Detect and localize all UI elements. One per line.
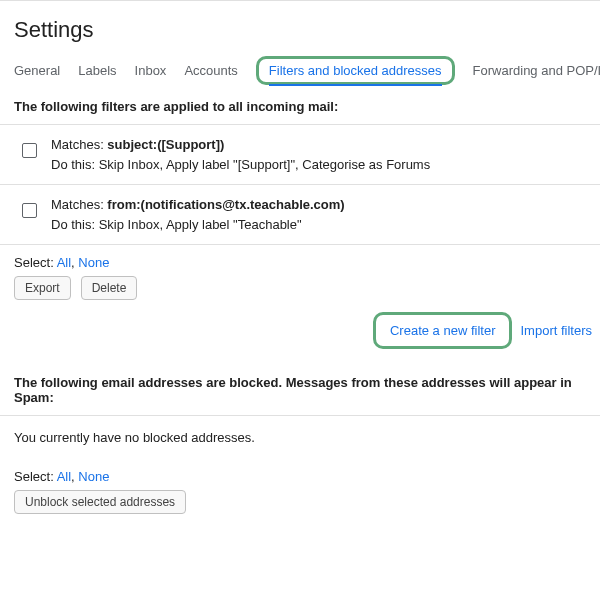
select-label: Select: (14, 469, 57, 484)
select-row-blocked: Select: All, None (0, 459, 600, 490)
export-button[interactable]: Export (14, 276, 71, 300)
page-title: Settings (0, 0, 600, 57)
select-none-link-blocked[interactable]: None (78, 469, 109, 484)
import-filters-link[interactable]: Import filters (520, 323, 592, 338)
select-label: Select: (14, 255, 57, 270)
matches-label: Matches: (51, 197, 107, 212)
filter-row: Matches: from:(notifications@tx.teachabl… (0, 185, 600, 245)
tab-forwarding[interactable]: Forwarding and POP/IMAP (473, 57, 600, 84)
select-all-link[interactable]: All (57, 255, 71, 270)
tab-labels[interactable]: Labels (78, 57, 116, 84)
delete-button[interactable]: Delete (81, 276, 138, 300)
unblock-button[interactable]: Unblock selected addresses (14, 490, 186, 514)
tab-general[interactable]: General (14, 57, 60, 84)
highlight-filters-tab: Filters and blocked addresses (256, 56, 455, 85)
filter-dothis: Do this: Skip Inbox, Apply label "Teacha… (51, 215, 345, 235)
filter-buttons-row: Export Delete (0, 276, 600, 306)
blocked-section-header: The following email addresses are blocke… (0, 357, 600, 416)
filter-dothis: Do this: Skip Inbox, Apply label "[Suppo… (51, 155, 430, 175)
blocked-buttons-row: Unblock selected addresses (0, 490, 600, 520)
select-all-link-blocked[interactable]: All (57, 469, 71, 484)
filter-checkbox[interactable] (22, 143, 37, 158)
filter-text: Matches: from:(notifications@tx.teachabl… (51, 195, 345, 234)
matches-value: subject:([Support]) (107, 137, 224, 152)
filter-row: Matches: subject:([Support]) Do this: Sk… (0, 125, 600, 185)
matches-label: Matches: (51, 137, 107, 152)
tab-accounts[interactable]: Accounts (184, 57, 237, 84)
settings-tabs: General Labels Inbox Accounts Filters an… (0, 57, 600, 85)
tab-inbox[interactable]: Inbox (135, 57, 167, 84)
select-row: Select: All, None (0, 245, 600, 276)
create-filter-link[interactable]: Create a new filter (390, 323, 496, 338)
filter-checkbox[interactable] (22, 203, 37, 218)
tab-filters[interactable]: Filters and blocked addresses (269, 57, 442, 86)
matches-value: from:(notifications@tx.teachable.com) (107, 197, 344, 212)
select-none-link[interactable]: None (78, 255, 109, 270)
filters-section-header: The following filters are applied to all… (0, 85, 600, 125)
highlight-create-filter: Create a new filter (373, 312, 513, 349)
filter-text: Matches: subject:([Support]) Do this: Sk… (51, 135, 430, 174)
blocked-empty-text: You currently have no blocked addresses. (0, 416, 600, 459)
filter-action-row: Create a new filter Import filters (0, 306, 600, 357)
